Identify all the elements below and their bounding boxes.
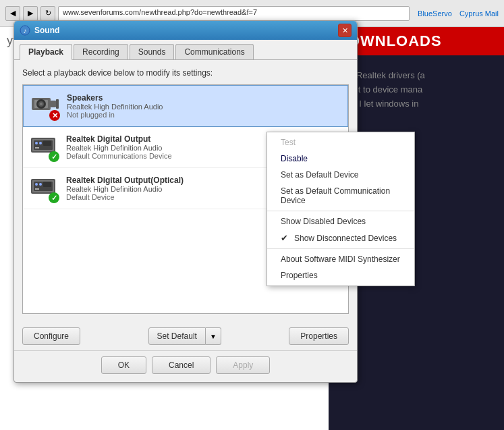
- svg-rect-22: [43, 182, 51, 187]
- bookmark-blueservo[interactable]: BlueServo: [418, 9, 452, 18]
- svg-point-20: [39, 183, 42, 186]
- tab-recording[interactable]: Recording: [74, 44, 128, 59]
- device-item-speakers[interactable]: ✕ Speakers Realtek High Definition Audio…: [23, 85, 348, 127]
- set-default-group: Set Default ▼: [148, 327, 221, 345]
- svg-rect-7: [51, 101, 56, 107]
- speakers-name: Speakers: [67, 93, 341, 103]
- footer-row-1: Configure Set Default ▼ Properties: [14, 322, 357, 350]
- bookmark-cyprusmail[interactable]: Cyprus Mail: [459, 9, 499, 18]
- title-bar: ♪ Sound ✕: [14, 21, 357, 40]
- optical-status-badge: ✓: [49, 192, 59, 203]
- ctx-set-default[interactable]: Set as Default Device: [267, 167, 414, 183]
- footer-row-2: OK Cancel Apply: [14, 350, 357, 382]
- svg-text:♪: ♪: [24, 27, 27, 34]
- digital-output-status-badge: ✓: [49, 151, 59, 162]
- dialog-title: Sound: [34, 26, 59, 35]
- address-bar[interactable]: www.sevenforums.com/newthread.php?do=new…: [58, 6, 410, 21]
- speakers-driver: Realtek High Definition Audio: [67, 103, 341, 111]
- context-menu: Test Disable Set as Default Device Set a…: [267, 132, 415, 286]
- svg-rect-8: [56, 99, 59, 109]
- device-icon-optical-wrap: ✓: [30, 173, 59, 203]
- ctx-show-disconnected[interactable]: ✔ Show Disconnected Devices: [267, 230, 414, 246]
- ok-button[interactable]: OK: [101, 356, 146, 374]
- svg-rect-14: [35, 147, 39, 149]
- cancel-button[interactable]: Cancel: [152, 356, 211, 374]
- svg-point-19: [35, 183, 38, 186]
- configure-button[interactable]: Configure: [22, 327, 80, 345]
- tabs-bar: Playback Recording Sounds Communications: [14, 40, 357, 59]
- ctx-separator-2: [267, 248, 414, 249]
- properties-button[interactable]: Properties: [289, 327, 349, 345]
- refresh-button[interactable]: ↻: [40, 6, 55, 21]
- set-default-arrow[interactable]: ▼: [206, 327, 221, 345]
- tab-playback[interactable]: Playback: [20, 44, 72, 60]
- device-icon-digital-wrap: ✓: [30, 132, 59, 162]
- device-icon-speakers-wrap: ✕: [30, 91, 60, 121]
- tab-sounds[interactable]: Sounds: [130, 44, 175, 59]
- svg-point-6: [40, 103, 43, 105]
- title-bar-left: ♪ Sound: [20, 25, 59, 36]
- ctx-show-disabled[interactable]: Show Disabled Devices: [267, 213, 414, 230]
- ctx-about-midi[interactable]: About Software MIDI Synthesizer: [267, 251, 414, 267]
- ctx-test: Test: [267, 134, 414, 151]
- set-default-button[interactable]: Set Default: [148, 327, 206, 345]
- back-button[interactable]: ◀: [5, 6, 20, 21]
- tab-communications[interactable]: Communications: [175, 44, 253, 59]
- ctx-separator-1: [267, 211, 414, 211]
- bookmarks-bar: BlueServo Cyprus Mail: [418, 9, 499, 18]
- ctx-set-default-comm[interactable]: Set as Default Communication Device: [267, 183, 414, 209]
- speakers-status-badge: ✕: [49, 110, 60, 121]
- speakers-status: Not plugged in: [67, 111, 341, 119]
- device-info-speakers: Speakers Realtek High Definition Audio N…: [67, 93, 341, 119]
- forward-button[interactable]: ▶: [23, 6, 38, 21]
- ctx-properties[interactable]: Properties: [267, 267, 414, 284]
- ctx-check-icon: ✔: [281, 233, 290, 243]
- svg-point-12: [35, 142, 38, 144]
- close-button[interactable]: ✕: [338, 24, 352, 37]
- svg-rect-21: [35, 188, 39, 190]
- sound-title-icon: ♪: [20, 25, 30, 36]
- svg-rect-15: [43, 140, 51, 146]
- ctx-show-disconnected-label: Show Disconnected Devices: [294, 234, 397, 243]
- svg-point-13: [39, 142, 42, 144]
- apply-button[interactable]: Apply: [216, 356, 270, 374]
- ctx-disable[interactable]: Disable: [267, 151, 414, 167]
- tab-description: Select a playback device below to modify…: [22, 68, 349, 78]
